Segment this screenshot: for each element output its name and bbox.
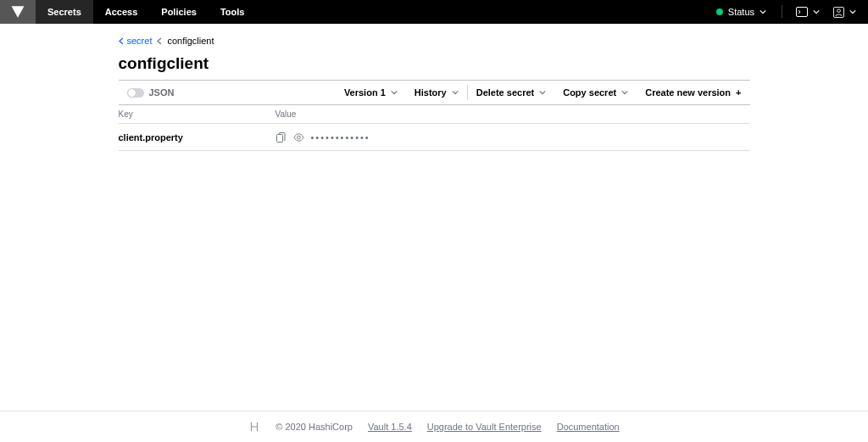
version-dropdown[interactable]: Version 1 (336, 81, 406, 104)
masked-value: •••••••••••• (311, 132, 370, 143)
status-label: Status (728, 7, 754, 17)
footer: © 2020 HashiCorp Vault 1.5.4 Upgrade to … (0, 411, 868, 442)
secret-toolbar: JSON Version 1 History Delete secret Cop… (119, 80, 750, 105)
nav-access[interactable]: Access (93, 0, 150, 24)
cell-value: •••••••••••• (275, 131, 750, 143)
svg-rect-0 (797, 8, 808, 17)
breadcrumb-secret-link[interactable]: secret (119, 36, 153, 46)
footer-upgrade-link[interactable]: Upgrade to Vault Enterprise (427, 422, 542, 432)
terminal-icon (796, 7, 808, 17)
user-menu[interactable] (826, 0, 868, 24)
vault-logo[interactable] (0, 0, 36, 24)
plus-icon: + (736, 87, 741, 98)
footer-docs-link[interactable]: Documentation (557, 422, 620, 432)
main-content: secret configclient configclient JSON Ve… (119, 24, 750, 151)
toggle-track-icon (127, 88, 144, 98)
table-row: client.property •••••••••••• (119, 124, 750, 151)
status-dot-icon (716, 8, 723, 15)
chevron-left-icon (119, 37, 124, 45)
chevron-down-icon (621, 89, 628, 96)
svg-rect-3 (276, 134, 282, 142)
vault-logo-icon (10, 4, 25, 20)
svg-point-4 (297, 136, 300, 139)
chevron-down-icon (452, 89, 459, 96)
history-dropdown[interactable]: History (406, 81, 467, 104)
chevron-down-icon (391, 89, 398, 96)
kv-table-header: Key Value (119, 105, 750, 124)
reveal-value-button[interactable] (293, 131, 304, 143)
kv-table: Key Value client.property ••••• (119, 105, 750, 151)
json-toggle-label: JSON (149, 87, 175, 98)
console-menu[interactable] (789, 0, 826, 24)
hashicorp-logo-icon (248, 421, 260, 433)
breadcrumb-current: configclient (167, 36, 214, 46)
chevron-left-icon (157, 37, 162, 45)
nav-tools[interactable]: Tools (209, 0, 257, 24)
eye-icon (293, 133, 304, 142)
col-header-key: Key (119, 109, 275, 119)
cell-key: client.property (119, 132, 275, 143)
status-menu[interactable]: Status (708, 0, 775, 24)
json-toggle[interactable]: JSON (119, 87, 175, 98)
footer-copyright: © 2020 HashiCorp (275, 422, 353, 432)
nav-secrets[interactable]: Secrets (36, 0, 93, 24)
copy-icon (276, 132, 286, 143)
chevron-down-icon (849, 8, 856, 15)
footer-version-link[interactable]: Vault 1.5.4 (368, 422, 412, 432)
user-icon (833, 7, 844, 18)
chevron-down-icon (539, 89, 546, 96)
breadcrumb: secret configclient (119, 36, 750, 46)
delete-secret-dropdown[interactable]: Delete secret (468, 81, 555, 104)
copy-secret-dropdown[interactable]: Copy secret (554, 81, 637, 104)
page-title: configclient (119, 54, 750, 73)
top-nav: Secrets Access Policies Tools Status (0, 0, 868, 24)
breadcrumb-separator (157, 37, 162, 45)
create-new-version-button[interactable]: Create new version + (637, 81, 749, 104)
copy-value-button[interactable] (275, 131, 287, 143)
col-header-value: Value (275, 109, 750, 119)
svg-point-2 (837, 8, 841, 12)
nav-policies[interactable]: Policies (149, 0, 209, 24)
chevron-down-icon (813, 8, 820, 15)
chevron-down-icon (760, 8, 766, 15)
